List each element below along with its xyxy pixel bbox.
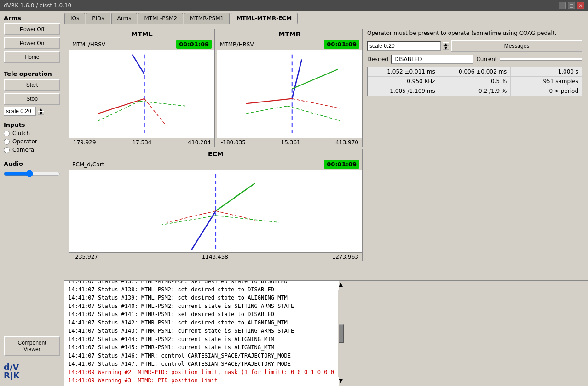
log-line: 14:41:07 Status #142: MTMR-PSM1: set des… bbox=[68, 318, 334, 327]
maximize-button[interactable]: □ bbox=[568, 2, 575, 9]
stats-grid: 1.052 ±0.011 ms 0.006 ±0.002 ms 1.000 s … bbox=[367, 67, 582, 96]
scrollbar-track[interactable]: ▲ ▼ bbox=[338, 281, 344, 386]
mtml-subtitle: MTML/HRSV bbox=[72, 41, 105, 48]
home-button[interactable]: Home bbox=[4, 51, 60, 63]
ecm-footer-left: -235.927 bbox=[73, 254, 98, 260]
tabs-bar: IOs PIDs Arms MTML-PSM2 MTMR-PSM1 MTML-M… bbox=[64, 11, 588, 24]
scale-up-button[interactable]: ▲ bbox=[38, 108, 44, 111]
scale-spinner[interactable]: ▲ ▼ bbox=[38, 108, 44, 115]
svg-line-3 bbox=[133, 55, 144, 74]
svg-line-9 bbox=[292, 59, 302, 98]
operator-notice: Operator must be present to operate (som… bbox=[367, 30, 582, 36]
component-viewer-button[interactable]: ComponentViewer bbox=[4, 336, 60, 356]
desired-label: Desired bbox=[367, 56, 388, 62]
titlebar: dVRK 1.6.0 / cisst 1.0.10 — □ ✕ bbox=[0, 0, 588, 11]
viz-left: MTML MTML/HRSV 00:01:09 bbox=[67, 27, 364, 278]
stats-cell-2-2: 0 > period bbox=[511, 86, 582, 96]
stop-button[interactable]: Stop bbox=[4, 93, 60, 105]
current-label: Current bbox=[476, 56, 497, 62]
mtmr-header: MTMR bbox=[217, 29, 362, 39]
mtml-footer-right: 410.204 bbox=[188, 139, 211, 146]
inputs-section-title: Inputs bbox=[4, 121, 60, 128]
mtmr-panel: MTMR MTMR/HRSV 00:01:09 bbox=[217, 29, 363, 147]
ecm-footer: -235.927 1143.458 1273.963 bbox=[69, 252, 362, 261]
ecm-footer-mid: 1143.458 bbox=[202, 254, 228, 260]
tab-mtml-psm2[interactable]: MTML-PSM2 bbox=[138, 13, 183, 24]
camera-radio[interactable] bbox=[4, 147, 10, 153]
scale-down-btn-right[interactable]: ▼ bbox=[443, 46, 449, 50]
operator-radio[interactable] bbox=[4, 139, 10, 145]
svg-line-6 bbox=[139, 101, 185, 106]
audio-slider[interactable] bbox=[4, 170, 60, 177]
mtmr-canvas bbox=[217, 50, 362, 138]
mtml-header: MTML bbox=[69, 29, 214, 39]
stats-cell-1-2: 951 samples bbox=[511, 77, 582, 86]
current-value bbox=[500, 58, 582, 61]
stats-cell-1-1: 0.5 % bbox=[439, 77, 511, 86]
arms-section-title: Arms bbox=[4, 15, 60, 22]
ecm-timer: 00:01:09 bbox=[324, 160, 359, 169]
ecm-header: ECM bbox=[69, 149, 362, 159]
start-button[interactable]: Start bbox=[4, 79, 60, 91]
mtmr-footer-right: 413.970 bbox=[335, 139, 358, 146]
ecm-title: ECM bbox=[72, 150, 359, 158]
stats-row-0: 1.052 ±0.011 ms 0.006 ±0.002 ms 1.000 s bbox=[368, 67, 582, 77]
arm-panels-row: MTML MTML/HRSV 00:01:09 bbox=[69, 29, 363, 147]
svg-line-13 bbox=[287, 106, 340, 121]
mtml-footer-left: 179.929 bbox=[73, 139, 96, 146]
right-panel: IOs PIDs Arms MTML-PSM2 MTMR-PSM1 MTML-M… bbox=[64, 11, 588, 386]
scroll-down-button[interactable]: ▼ bbox=[338, 377, 344, 386]
close-button[interactable]: ✕ bbox=[577, 2, 584, 9]
tab-mtmr-psm1[interactable]: MTMR-PSM1 bbox=[184, 13, 230, 24]
messages-button[interactable]: Messages bbox=[451, 40, 582, 52]
clutch-radio[interactable] bbox=[4, 131, 10, 136]
dvrk-logo: d/V R|K bbox=[4, 362, 60, 382]
scale-down-button[interactable]: ▼ bbox=[38, 111, 44, 115]
mtmr-timer: 00:01:09 bbox=[324, 40, 359, 49]
svg-line-12 bbox=[292, 99, 340, 108]
tab-mtml-mtmr-ecm[interactable]: MTML-MTMR-ECM bbox=[231, 13, 298, 24]
desired-current-row: Desired DISABLED Current bbox=[367, 55, 582, 64]
scrollbar-thumb[interactable] bbox=[339, 324, 344, 343]
clutch-label: Clutch bbox=[12, 130, 30, 136]
mtmr-footer: -180.035 15.361 413.970 bbox=[217, 138, 362, 147]
stats-cell-0-0: 1.052 ±0.011 ms bbox=[368, 67, 439, 76]
tab-ios[interactable]: IOs bbox=[64, 13, 85, 24]
stats-cell-2-0: 1.005 /1.109 ms bbox=[368, 86, 439, 96]
sidebar: Arms Power Off Power On Home Tele operat… bbox=[0, 11, 64, 386]
scale-up-btn-right[interactable]: ▲ bbox=[443, 42, 449, 46]
stats-cell-2-1: 0.2 /1.9 % bbox=[439, 86, 511, 96]
scale-input[interactable] bbox=[4, 107, 36, 116]
minimize-button[interactable]: — bbox=[559, 2, 566, 9]
power-off-button[interactable]: Power Off bbox=[4, 23, 60, 35]
log-line: 14:41:09 Warning #2: MTMR-PID: position … bbox=[68, 368, 334, 376]
scale-spinner-right[interactable]: ▲ ▼ bbox=[443, 42, 449, 50]
svg-line-14 bbox=[246, 106, 287, 114]
log-line: 14:41:07 Status #146: MTMR: control CART… bbox=[68, 352, 334, 360]
scale-input-right[interactable] bbox=[367, 41, 441, 51]
tab-arms[interactable]: Arms bbox=[111, 13, 138, 24]
operator-label: Operator bbox=[12, 138, 37, 145]
stats-row-1: 0.950 KHz 0.5 % 951 samples bbox=[368, 77, 582, 86]
tab-pids[interactable]: PIDs bbox=[86, 13, 110, 24]
mtmr-subtitle: MTMR/HRSV bbox=[220, 41, 254, 48]
mtml-panel: MTML MTML/HRSV 00:01:09 bbox=[69, 29, 215, 147]
console-log[interactable]: 14:41:07 Status #137: MTML-MTMR-ECM: set… bbox=[64, 281, 338, 386]
tab-content: MTML MTML/HRSV 00:01:09 bbox=[64, 24, 588, 280]
mtml-footer: 179.929 17.534 410.204 bbox=[69, 138, 214, 147]
ecm-subtitle: ECM_d/Cart bbox=[72, 161, 104, 168]
ecm-footer-right: 1273.963 bbox=[332, 254, 358, 260]
scale-row-right: ▲ ▼ Messages bbox=[367, 40, 582, 52]
svg-line-20 bbox=[216, 216, 279, 222]
power-on-button[interactable]: Power On bbox=[4, 37, 60, 49]
log-line: 14:41:07 Status #144: MTML-PSM2: current… bbox=[68, 335, 334, 343]
stats-cell-0-1: 0.006 ±0.002 ms bbox=[439, 67, 511, 76]
stats-row-2: 1.005 /1.109 ms 0.2 /1.9 % 0 > period bbox=[368, 86, 582, 96]
stats-cell-0-2: 1.000 s bbox=[511, 67, 582, 76]
log-line: 14:41:07 Status #139: MTML-PSM2: set des… bbox=[68, 294, 334, 302]
audio-section-title: Audio bbox=[4, 160, 60, 167]
log-line: 14:41:07 Status #140: MTML-PSM2: current… bbox=[68, 302, 334, 310]
scroll-up-button[interactable]: ▲ bbox=[338, 281, 344, 290]
log-line: 14:41:07 Status #141: MTMR-PSM1: set des… bbox=[68, 310, 334, 318]
svg-line-16 bbox=[191, 211, 216, 250]
